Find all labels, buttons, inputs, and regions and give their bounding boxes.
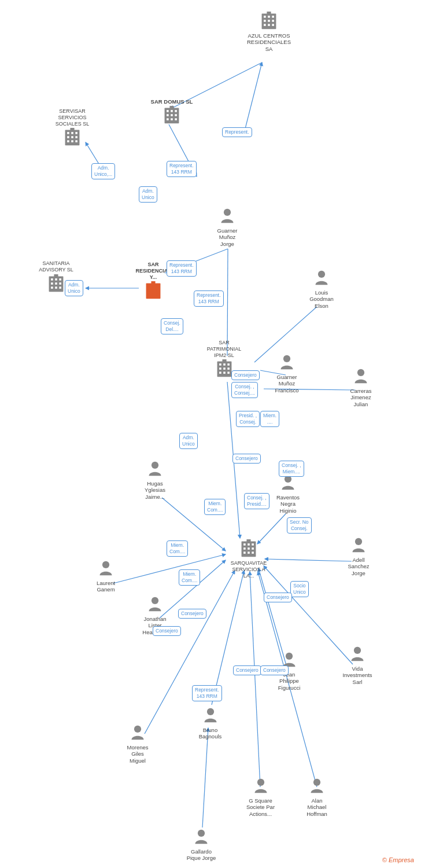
badge-consejero-2[interactable]: Consejero	[232, 454, 261, 464]
svg-rect-75	[55, 286, 57, 289]
badge-presid-consej[interactable]: Presid. ,Consej.	[236, 411, 260, 427]
svg-rect-63	[148, 294, 150, 296]
node-alan: AlanMichaelHoffman	[294, 775, 340, 817]
badge-consejero-3[interactable]: Consejero	[178, 609, 206, 619]
svg-rect-42	[171, 119, 173, 121]
svg-rect-24	[264, 16, 266, 18]
building-icon-servisar	[62, 127, 83, 148]
node-hugas: HugasYglesiasJaime...	[132, 458, 178, 500]
badge-consej-del[interactable]: Consej.Del....	[161, 318, 183, 334]
person-icon-carreras	[350, 366, 371, 387]
svg-rect-79	[219, 364, 221, 366]
svg-rect-95	[252, 547, 254, 550]
svg-rect-50	[71, 137, 73, 139]
node-carreras: CarrerasJimenezJulian	[338, 366, 384, 407]
badge-consejero-1[interactable]: Consejero	[231, 370, 260, 380]
svg-rect-87	[227, 372, 230, 374]
svg-point-112	[134, 726, 141, 733]
label-sanitaria: SANITARIAADVISORY SL	[39, 260, 73, 273]
svg-rect-77	[54, 274, 58, 277]
node-raventos: RaventosNegraHiginio	[265, 472, 311, 514]
svg-rect-26	[272, 16, 274, 18]
person-icon-gallardo	[191, 826, 212, 847]
label-carreras: CarrerasJimenezJulian	[350, 388, 372, 407]
label-hugas: HugasYglesiasJaime...	[145, 480, 165, 500]
badge-socio-unico[interactable]: SocioUnico	[290, 581, 309, 597]
badge-adm-unico-sanitaria[interactable]: Adm.Unico	[65, 280, 83, 296]
person-icon-gsquare	[250, 775, 271, 796]
badge-miem[interactable]: Miem.....	[260, 411, 279, 427]
svg-rect-54	[75, 141, 77, 143]
badge-consejero-6[interactable]: Consejero	[260, 665, 289, 675]
svg-rect-71	[51, 282, 53, 285]
svg-rect-72	[55, 282, 57, 285]
svg-rect-49	[67, 137, 69, 139]
svg-rect-70	[59, 278, 61, 281]
svg-rect-44	[169, 106, 173, 109]
svg-rect-25	[268, 16, 270, 18]
badge-consejero-4[interactable]: Consejero	[153, 626, 181, 636]
copyright: © Empresa	[382, 856, 414, 863]
building-icon-sar-domus	[161, 105, 182, 126]
badge-represent-1[interactable]: Represent.	[222, 127, 252, 137]
svg-rect-83	[223, 368, 226, 370]
svg-point-102	[283, 355, 290, 362]
person-icon-laurent	[95, 558, 116, 579]
svg-rect-37	[175, 111, 177, 113]
svg-point-106	[355, 538, 362, 545]
svg-point-109	[286, 653, 293, 660]
label-bruno: BrunoBagnouls	[199, 727, 222, 740]
svg-rect-28	[268, 20, 270, 22]
badge-consejero-7[interactable]: Consejero	[264, 593, 292, 602]
node-louis-goodman: LouisGoodmanElson	[298, 267, 345, 309]
label-sar-domus: SAR DOMUS SL	[151, 98, 193, 105]
badge-adm-unico-1[interactable]: Adm.Unico	[139, 186, 157, 203]
label-gallardo: GallardoPique Jorge	[187, 848, 216, 862]
building-icon-sarquavitae	[238, 538, 259, 559]
person-icon-guarner-francisco	[276, 352, 297, 373]
badge-represent-143-rrm-3[interactable]: Represent.143 RRM	[194, 290, 224, 307]
person-icon-morenes	[127, 722, 148, 743]
badge-adm-unico-servisar[interactable]: Adm.Unico,...	[91, 163, 115, 179]
badge-adm-unico-2[interactable]: Adm.Unico	[179, 433, 198, 449]
badge-consej-presid[interactable]: Consej. ,Presid....	[244, 493, 269, 509]
svg-rect-82	[219, 368, 221, 370]
badge-consej-miem[interactable]: Consej. ,Miem....	[279, 461, 304, 477]
svg-rect-30	[264, 24, 266, 26]
badge-represent-143-rrm-2[interactable]: Represent.143 RRM	[167, 260, 197, 277]
svg-rect-64	[152, 294, 154, 296]
badge-consej-consej[interactable]: Consej. ,Consej....	[231, 382, 258, 398]
label-servisar: SERVISARSERVICIOSSOCIALES SL	[56, 108, 90, 127]
badge-miem-com-3[interactable]: Miem.Com....	[179, 569, 200, 586]
person-icon-bruno	[200, 705, 221, 726]
svg-rect-97	[248, 551, 250, 554]
svg-point-111	[206, 708, 213, 715]
svg-line-12	[113, 554, 226, 583]
svg-rect-62	[156, 290, 158, 292]
svg-rect-92	[252, 543, 254, 546]
person-icon-guarner-jorge	[217, 205, 238, 226]
svg-rect-38	[167, 115, 169, 117]
label-alan: AlanMichaelHoffman	[306, 797, 327, 817]
badge-miem-com-1[interactable]: Miem.Com....	[204, 499, 226, 515]
svg-rect-40	[175, 115, 177, 117]
svg-point-113	[257, 779, 264, 786]
person-icon-jonathan	[145, 594, 165, 615]
svg-rect-85	[219, 372, 221, 374]
svg-rect-94	[248, 547, 250, 550]
label-louis: LouisGoodmanElson	[309, 289, 334, 309]
badge-miem-com-2[interactable]: Miem.Com....	[167, 540, 188, 557]
label-laurent: LaurentGanem	[97, 580, 115, 593]
svg-rect-73	[59, 282, 61, 285]
svg-rect-36	[171, 111, 173, 113]
svg-line-22	[202, 728, 208, 827]
building-icon-sar-residencial	[143, 280, 164, 301]
label-sarquavitae: SARQUAVITAESERVICIOS ALA...	[231, 560, 267, 579]
badge-secr-no[interactable]: Secr. NoConsej.	[287, 517, 312, 534]
svg-rect-86	[223, 372, 226, 374]
badge-consejero-5[interactable]: Consejero	[233, 665, 261, 675]
badge-represent-143-rrm-4[interactable]: Represent.143 RRM	[192, 685, 222, 701]
badge-represent-143-rrm-1[interactable]: Represent.143 RRM	[167, 161, 197, 177]
svg-rect-35	[167, 111, 169, 113]
node-sar-domus: SAR DOMUS SL	[149, 97, 195, 126]
